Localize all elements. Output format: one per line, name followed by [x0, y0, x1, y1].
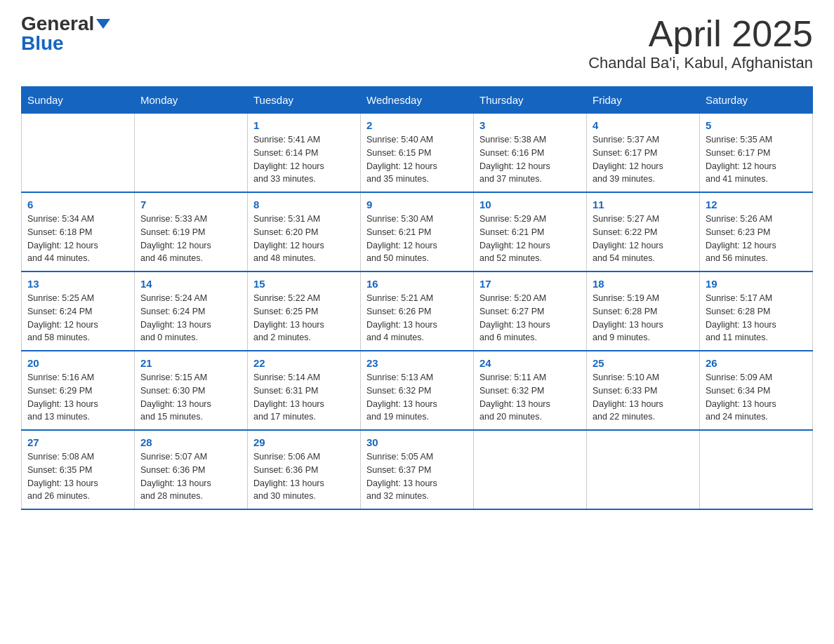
day-number: 24: [479, 357, 581, 369]
day-number: 10: [479, 199, 581, 210]
weekday-header-wednesday: Wednesday: [361, 87, 474, 114]
weekday-header-friday: Friday: [587, 87, 700, 114]
weekday-header-thursday: Thursday: [474, 87, 587, 114]
calendar-cell: 9Sunrise: 5:30 AM Sunset: 6:21 PM Daylig…: [361, 192, 474, 271]
day-info: Sunrise: 5:19 AM Sunset: 6:28 PM Dayligh…: [593, 292, 694, 344]
day-number: 17: [479, 278, 581, 290]
calendar-cell: [22, 114, 135, 193]
day-info: Sunrise: 5:13 AM Sunset: 6:32 PM Dayligh…: [366, 371, 468, 424]
calendar-cell: 22Sunrise: 5:14 AM Sunset: 6:31 PM Dayli…: [248, 351, 361, 430]
calendar-cell: [135, 114, 248, 193]
calendar-cell: 3Sunrise: 5:38 AM Sunset: 6:16 PM Daylig…: [474, 114, 587, 193]
calendar-table: SundayMondayTuesdayWednesdayThursdayFrid…: [21, 86, 813, 510]
logo: General Blue: [21, 14, 110, 53]
calendar-cell: 8Sunrise: 5:31 AM Sunset: 6:20 PM Daylig…: [248, 192, 361, 271]
calendar-week-row: 27Sunrise: 5:08 AM Sunset: 6:35 PM Dayli…: [22, 430, 813, 509]
day-number: 5: [706, 119, 807, 131]
day-number: 11: [593, 199, 694, 210]
calendar-cell: 18Sunrise: 5:19 AM Sunset: 6:28 PM Dayli…: [587, 271, 700, 351]
calendar-week-row: 13Sunrise: 5:25 AM Sunset: 6:24 PM Dayli…: [22, 271, 813, 351]
day-number: 13: [27, 278, 128, 290]
day-info: Sunrise: 5:21 AM Sunset: 6:26 PM Dayligh…: [366, 292, 468, 344]
calendar-cell: 25Sunrise: 5:10 AM Sunset: 6:33 PM Dayli…: [587, 351, 700, 430]
day-number: 1: [253, 119, 355, 131]
calendar-cell: 29Sunrise: 5:06 AM Sunset: 6:36 PM Dayli…: [248, 430, 361, 509]
day-info: Sunrise: 5:35 AM Sunset: 6:17 PM Dayligh…: [706, 133, 807, 186]
calendar-cell: 12Sunrise: 5:26 AM Sunset: 6:23 PM Dayli…: [700, 192, 813, 271]
calendar-cell: 16Sunrise: 5:21 AM Sunset: 6:26 PM Dayli…: [361, 271, 474, 351]
day-number: 27: [27, 436, 128, 448]
day-info: Sunrise: 5:41 AM Sunset: 6:14 PM Dayligh…: [253, 133, 355, 186]
calendar-cell: 28Sunrise: 5:07 AM Sunset: 6:36 PM Dayli…: [135, 430, 248, 509]
day-info: Sunrise: 5:06 AM Sunset: 6:36 PM Dayligh…: [253, 450, 355, 503]
calendar-cell: 4Sunrise: 5:37 AM Sunset: 6:17 PM Daylig…: [587, 114, 700, 193]
day-info: Sunrise: 5:08 AM Sunset: 6:35 PM Dayligh…: [27, 450, 128, 503]
day-info: Sunrise: 5:15 AM Sunset: 6:30 PM Dayligh…: [140, 371, 241, 424]
day-number: 30: [366, 436, 468, 448]
calendar-cell: 13Sunrise: 5:25 AM Sunset: 6:24 PM Dayli…: [22, 271, 135, 351]
calendar-cell: 5Sunrise: 5:35 AM Sunset: 6:17 PM Daylig…: [700, 114, 813, 193]
day-number: 4: [593, 119, 694, 131]
day-number: 6: [27, 199, 128, 210]
day-number: 26: [706, 357, 807, 369]
day-info: Sunrise: 5:30 AM Sunset: 6:21 PM Dayligh…: [366, 213, 468, 265]
day-number: 12: [706, 199, 807, 210]
calendar-cell: 27Sunrise: 5:08 AM Sunset: 6:35 PM Dayli…: [22, 430, 135, 509]
day-number: 21: [140, 357, 241, 369]
calendar-cell: 2Sunrise: 5:40 AM Sunset: 6:15 PM Daylig…: [361, 114, 474, 193]
day-number: 15: [253, 278, 355, 290]
day-info: Sunrise: 5:17 AM Sunset: 6:28 PM Dayligh…: [706, 292, 807, 344]
day-info: Sunrise: 5:26 AM Sunset: 6:23 PM Dayligh…: [706, 213, 807, 265]
day-number: 3: [479, 119, 581, 131]
calendar-cell: 21Sunrise: 5:15 AM Sunset: 6:30 PM Dayli…: [135, 351, 248, 430]
day-info: Sunrise: 5:38 AM Sunset: 6:16 PM Dayligh…: [479, 133, 581, 186]
calendar-cell: 26Sunrise: 5:09 AM Sunset: 6:34 PM Dayli…: [700, 351, 813, 430]
page-title: April 2025: [588, 14, 813, 54]
calendar-cell: 1Sunrise: 5:41 AM Sunset: 6:14 PM Daylig…: [248, 114, 361, 193]
day-number: 29: [253, 436, 355, 448]
day-number: 22: [253, 357, 355, 369]
day-info: Sunrise: 5:33 AM Sunset: 6:19 PM Dayligh…: [140, 213, 241, 265]
calendar-cell: 20Sunrise: 5:16 AM Sunset: 6:29 PM Dayli…: [22, 351, 135, 430]
day-number: 8: [253, 199, 355, 210]
calendar-week-row: 6Sunrise: 5:34 AM Sunset: 6:18 PM Daylig…: [22, 192, 813, 271]
calendar-cell: [700, 430, 813, 509]
day-info: Sunrise: 5:11 AM Sunset: 6:32 PM Dayligh…: [479, 371, 581, 424]
day-number: 25: [593, 357, 694, 369]
day-info: Sunrise: 5:22 AM Sunset: 6:25 PM Dayligh…: [253, 292, 355, 344]
calendar-cell: [587, 430, 700, 509]
weekday-header-saturday: Saturday: [700, 87, 813, 114]
day-info: Sunrise: 5:05 AM Sunset: 6:37 PM Dayligh…: [366, 450, 468, 503]
day-info: Sunrise: 5:10 AM Sunset: 6:33 PM Dayligh…: [593, 371, 694, 424]
logo-general: General: [21, 14, 94, 34]
calendar-cell: 30Sunrise: 5:05 AM Sunset: 6:37 PM Dayli…: [361, 430, 474, 509]
calendar-week-row: 20Sunrise: 5:16 AM Sunset: 6:29 PM Dayli…: [22, 351, 813, 430]
day-info: Sunrise: 5:14 AM Sunset: 6:31 PM Dayligh…: [253, 371, 355, 424]
day-number: 2: [366, 119, 468, 131]
calendar-cell: 15Sunrise: 5:22 AM Sunset: 6:25 PM Dayli…: [248, 271, 361, 351]
weekday-header-monday: Monday: [135, 87, 248, 114]
day-info: Sunrise: 5:27 AM Sunset: 6:22 PM Dayligh…: [593, 213, 694, 265]
day-number: 16: [366, 278, 468, 290]
day-info: Sunrise: 5:37 AM Sunset: 6:17 PM Dayligh…: [593, 133, 694, 186]
day-info: Sunrise: 5:31 AM Sunset: 6:20 PM Dayligh…: [253, 213, 355, 265]
calendar-cell: 6Sunrise: 5:34 AM Sunset: 6:18 PM Daylig…: [22, 192, 135, 271]
calendar-cell: 14Sunrise: 5:24 AM Sunset: 6:24 PM Dayli…: [135, 271, 248, 351]
calendar-week-row: 1Sunrise: 5:41 AM Sunset: 6:14 PM Daylig…: [22, 114, 813, 193]
day-info: Sunrise: 5:24 AM Sunset: 6:24 PM Dayligh…: [140, 292, 241, 344]
calendar-cell: 11Sunrise: 5:27 AM Sunset: 6:22 PM Dayli…: [587, 192, 700, 271]
logo-triangle-icon: [96, 19, 110, 29]
weekday-header-sunday: Sunday: [22, 87, 135, 114]
calendar-cell: 24Sunrise: 5:11 AM Sunset: 6:32 PM Dayli…: [474, 351, 587, 430]
header: General Blue April 2025 Chandal Ba'i, Ka…: [21, 14, 813, 72]
calendar-cell: 19Sunrise: 5:17 AM Sunset: 6:28 PM Dayli…: [700, 271, 813, 351]
calendar-header-row: SundayMondayTuesdayWednesdayThursdayFrid…: [22, 87, 813, 114]
page-subtitle: Chandal Ba'i, Kabul, Afghanistan: [588, 54, 813, 72]
day-number: 7: [140, 199, 241, 210]
day-number: 14: [140, 278, 241, 290]
day-info: Sunrise: 5:34 AM Sunset: 6:18 PM Dayligh…: [27, 213, 128, 265]
calendar-cell: [474, 430, 587, 509]
calendar-cell: 7Sunrise: 5:33 AM Sunset: 6:19 PM Daylig…: [135, 192, 248, 271]
day-number: 28: [140, 436, 241, 448]
day-number: 20: [27, 357, 128, 369]
